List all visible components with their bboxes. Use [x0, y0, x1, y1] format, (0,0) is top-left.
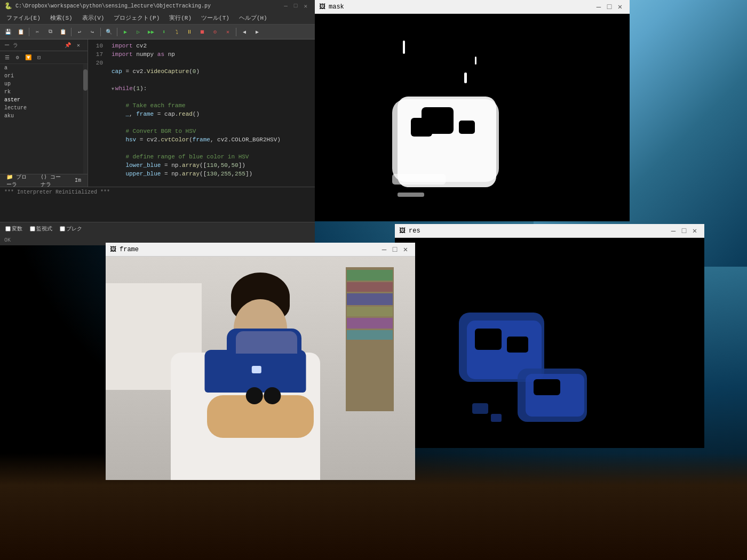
ide-body: ー ラ 📌 ✕ ☰ ⚙ 🔽 ⊡ a ori up rk [0, 39, 315, 187]
toolbar-pause[interactable]: ⏸ [184, 26, 195, 38]
ide-window: 🐍 C:\Dropbox\workspace\python\sensing_le… [0, 0, 315, 245]
toolbar-run[interactable]: ▶ [120, 26, 131, 38]
toolbar-step-over[interactable]: ⤵ [171, 26, 182, 38]
toolbar-debug[interactable]: ▷ [132, 26, 144, 38]
ide-toolbar: 💾 📋 ✂ ⧉ 📋 ↩ ↪ 🔍 ▶ ▷ ▶▶ ⬇ ⤵ ⏸ ⏹ ⊙ ✕ ◀ ▶ [0, 25, 315, 39]
toolbar-stop[interactable]: ⏹ [196, 26, 208, 38]
code-editor[interactable]: import cv2 import numpy as np cap = cv2.… [107, 39, 315, 187]
watch-checkbox[interactable] [30, 226, 35, 231]
sidebar-icon-4[interactable]: ⊡ [34, 53, 44, 62]
mask-close-btn[interactable]: ✕ [615, 2, 625, 12]
toolbar-save[interactable]: 💾 [2, 26, 14, 38]
book-2 [347, 282, 393, 292]
code-line-5 [112, 76, 315, 84]
frame-close-btn[interactable]: ✕ [400, 244, 411, 255]
code-line-15: lower_blue = np.array([110,50,50]) [112, 161, 315, 170]
toolbar-terminate[interactable]: ✕ [222, 26, 234, 38]
ln-20: 20 [88, 59, 103, 67]
watch-label: 監視式 [36, 225, 52, 233]
res-maximize-btn[interactable]: □ [679, 226, 689, 236]
ln-17: 17 [88, 50, 103, 59]
toolbar-redo[interactable]: ↪ [86, 26, 98, 38]
sidebar-nav-a[interactable]: a [0, 64, 88, 72]
code-line-1: import cv2 [112, 42, 315, 50]
code-line-8: # Take each frame [112, 101, 315, 110]
res-scatter-2 [491, 414, 502, 422]
ide-title: C:\Dropbox\workspace\python\sensing_lect… [15, 3, 211, 9]
variables-checkbox[interactable] [5, 226, 11, 231]
res-close-btn[interactable]: ✕ [689, 226, 700, 236]
ide-close-btn[interactable]: ✕ [300, 3, 311, 10]
bottom-tab-watch[interactable]: 監視式 [27, 224, 55, 234]
res-title: res [409, 227, 668, 235]
frame-maximize-btn[interactable]: □ [390, 244, 400, 255]
ide-minimize-btn[interactable]: — [281, 3, 291, 9]
sidebar-nav-ori[interactable]: ori [0, 72, 88, 80]
code-line-11: # Convert BGR to HSV [112, 127, 315, 135]
sidebar-pin-btn[interactable]: 📌 [63, 41, 73, 50]
toolbar-stop-circle[interactable]: ⊙ [209, 26, 221, 38]
sidebar-nav-up[interactable]: up [0, 80, 88, 88]
ide-icon: 🐍 [4, 2, 12, 10]
bottom-tab-breakpoint[interactable]: ブレク [57, 224, 85, 234]
ide-maximize-btn[interactable]: □ [291, 3, 301, 9]
toolbar-search[interactable]: 🔍 [103, 26, 115, 38]
toolbar-step-into[interactable]: ⬇ [158, 26, 170, 38]
sidebar-close-btn[interactable]: ✕ [74, 41, 83, 50]
frame-minimize-btn[interactable]: — [379, 244, 390, 255]
frame-icon: 🖼 [110, 245, 116, 253]
menu-run[interactable]: 実行(R) [165, 13, 196, 23]
bottom-tab-variables[interactable]: 変数 [2, 224, 26, 234]
toolbar-nav-back[interactable]: ◀ [239, 26, 250, 38]
menu-view[interactable]: 表示(V) [78, 13, 109, 23]
toolbar-nav-fwd[interactable]: ▶ [251, 26, 263, 38]
sidebar-icon-3[interactable]: 🔽 [23, 53, 33, 62]
toolbar-sep-3 [100, 28, 101, 36]
sidebar-scrollbar[interactable] [83, 64, 88, 174]
book-3 [347, 293, 393, 305]
sidebar-icon-1[interactable]: ☰ [2, 53, 12, 62]
mask-minimize-btn[interactable]: — [593, 2, 604, 12]
ok-status: OK [4, 237, 11, 243]
sidebar-nav-aku[interactable]: aku [0, 112, 88, 120]
sidebar-tab-browser[interactable]: 📁 ブローラ [2, 172, 35, 187]
car-headlight [252, 366, 261, 373]
sidebar-tab-structure[interactable]: ⟨⟩ コーナラ [36, 172, 69, 187]
toolbar-run-line[interactable]: ▶▶ [145, 26, 157, 38]
toolbar-save-all[interactable]: 📋 [15, 26, 27, 38]
ide-editor: 10 17 20 import [88, 39, 315, 187]
toolbar-undo[interactable]: ↩ [74, 26, 85, 38]
toolbar-cut[interactable]: ✂ [31, 26, 43, 38]
menu-project[interactable]: プロジェクト(P) [109, 13, 164, 23]
toolbar-copy[interactable]: ⧉ [44, 26, 56, 38]
code-line-17 [112, 178, 315, 187]
code-line-3 [112, 59, 315, 67]
code-line-4: cap = cv2.VideoCapture(0) [112, 67, 315, 76]
mask-blob-small-1 [398, 193, 424, 197]
car-wheel-left [246, 387, 263, 404]
mask-maximize-btn[interactable]: □ [604, 2, 615, 12]
sidebar-tab-im[interactable]: Im [70, 177, 85, 185]
menu-file[interactable]: ファイル(E) [2, 13, 45, 23]
toolbar-paste[interactable]: 📋 [57, 26, 69, 38]
menu-tools[interactable]: ツール(T) [197, 13, 234, 23]
mask-blob-3 [464, 73, 467, 83]
sidebar-nav-rk[interactable]: rk [0, 88, 88, 96]
res-minimize-btn[interactable]: — [668, 226, 679, 236]
sidebar-nav-aster[interactable]: aster [0, 96, 88, 104]
mask-blob-2 [475, 57, 476, 65]
breakpoint-checkbox[interactable] [60, 226, 65, 231]
car-wheel-right [264, 387, 281, 404]
book-1 [347, 270, 393, 281]
toolbar-sep-1 [29, 28, 29, 36]
ide-bottom-panel: *** Interpreter Reinitialized *** 変数 監視式… [0, 187, 315, 245]
menu-help[interactable]: ヘルプ(H) [235, 13, 272, 23]
menu-search[interactable]: 検索(S) [46, 13, 77, 23]
frame-window: 🖼 frame — □ ✕ [106, 243, 415, 480]
console-output: *** Interpreter Reinitialized *** [4, 189, 311, 195]
toolbar-sep-2 [71, 28, 71, 36]
sidebar-nav-lecture[interactable]: lecture [0, 104, 88, 112]
sidebar-icon-2[interactable]: ⚙ [13, 53, 22, 62]
res-content [395, 238, 704, 448]
bottom-tabs-row: 変数 監視式 ブレク [0, 222, 315, 235]
